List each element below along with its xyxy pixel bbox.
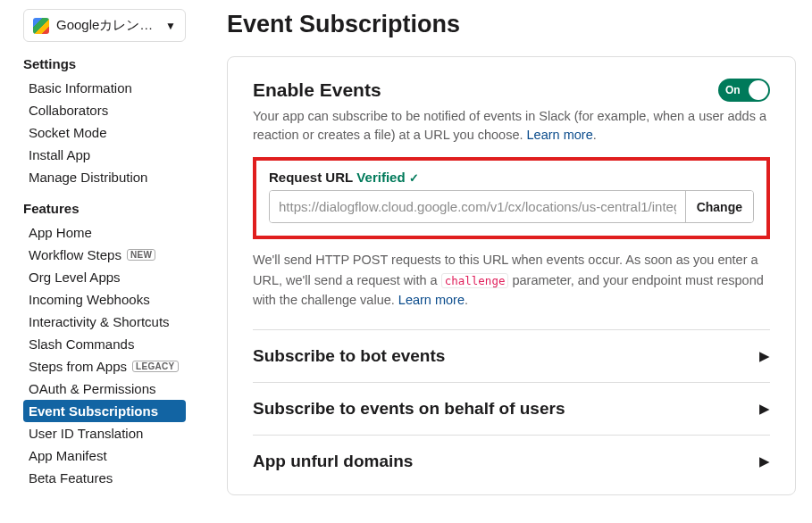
toggle-knob [749,80,768,100]
sidebar-item[interactable]: Incoming Webhooks [23,288,186,311]
caret-right-icon: ▶ [759,348,770,364]
accordion-row[interactable]: App unfurl domains▶ [253,436,770,487]
sidebar-item-label: Event Subscriptions [29,403,158,419]
sidebar-item-label: Beta Features [29,470,113,486]
settings-header: Settings [23,56,186,71]
app-icon [33,18,49,34]
sidebar-item-label: OAuth & Permissions [29,381,156,396]
caret-right-icon: ▶ [759,453,770,469]
event-subscriptions-card: Enable Events On Your app can subscribe … [227,56,796,495]
accordion-row[interactable]: Subscribe to bot events▶ [253,330,770,382]
sidebar-item[interactable]: OAuth & Permissions [23,378,186,400]
features-header: Features [23,201,186,216]
sidebar-item[interactable]: Workflow StepsNEW [23,244,186,266]
sidebar-item[interactable]: App Manifest [23,444,186,467]
learn-more-link[interactable]: Learn more [527,128,593,142]
request-url-section: Request URL Verified ✓ Change [253,157,770,239]
accordion-title: App unfurl domains [253,452,413,471]
accordion-row[interactable]: Subscribe to events on behalf of users▶ [253,383,770,435]
sidebar-item[interactable]: Basic Information [23,77,186,99]
sidebar-item-label: Steps from Apps [29,359,127,374]
app-selector[interactable]: Googleカレン… ▼ [23,9,186,42]
sidebar-item[interactable]: Slash Commands [23,333,186,355]
page-title: Event Subscriptions [227,11,796,38]
post-note: We'll send HTTP POST requests to this UR… [253,250,770,310]
sidebar-item-label: Slash Commands [29,336,134,352]
accordion-title: Subscribe to events on behalf of users [253,399,565,419]
sidebar-item-label: App Manifest [29,448,107,463]
sidebar-item[interactable]: Beta Features [23,467,186,489]
learn-more-link-2[interactable]: Learn more [398,293,465,307]
sidebar-item[interactable]: Interactivity & Shortcuts [23,311,186,333]
badge-new: NEW [127,249,155,261]
sidebar-item-label: Incoming Webhooks [29,292,150,307]
sidebar-item[interactable]: Org Level Apps [23,266,186,288]
request-url-input[interactable] [270,191,685,222]
sidebar-item-label: Interactivity & Shortcuts [29,314,170,329]
sidebar-item[interactable]: Event Subscriptions [23,400,186,422]
sidebar-item-label: Workflow Steps [29,247,121,262]
request-url-status: Verified [356,170,405,185]
toggle-state-label: On [725,84,741,96]
sidebar-item[interactable]: Install App [23,144,186,166]
enable-events-title: Enable Events [253,79,381,101]
challenge-code: challenge [441,273,509,288]
sidebar-item[interactable]: Steps from AppsLEGACY [23,355,186,378]
app-selector-name: Googleカレン… [56,17,158,34]
sidebar-item-label: User ID Translation [29,426,143,441]
enable-events-toggle[interactable]: On [718,79,770,102]
sidebar-item[interactable]: Socket Mode [23,121,186,144]
chevron-down-icon: ▼ [165,20,176,32]
sidebar-item[interactable]: Collaborators [23,99,186,121]
enable-events-description: Your app can subscribe to be notified of… [253,107,770,145]
accordion-title: Subscribe to bot events [253,346,445,366]
sidebar-item-label: App Home [29,225,92,240]
badge-legacy: LEGACY [132,361,178,372]
caret-right-icon: ▶ [759,401,770,417]
sidebar-item[interactable]: Manage Distribution [23,166,186,188]
sidebar-item[interactable]: User ID Translation [23,422,186,444]
checkmark-icon: ✓ [409,171,419,185]
sidebar-item-label: Org Level Apps [29,270,121,285]
sidebar-item[interactable]: App Home [23,221,186,244]
change-button[interactable]: Change [685,191,753,222]
request-url-label: Request URL [269,170,353,185]
